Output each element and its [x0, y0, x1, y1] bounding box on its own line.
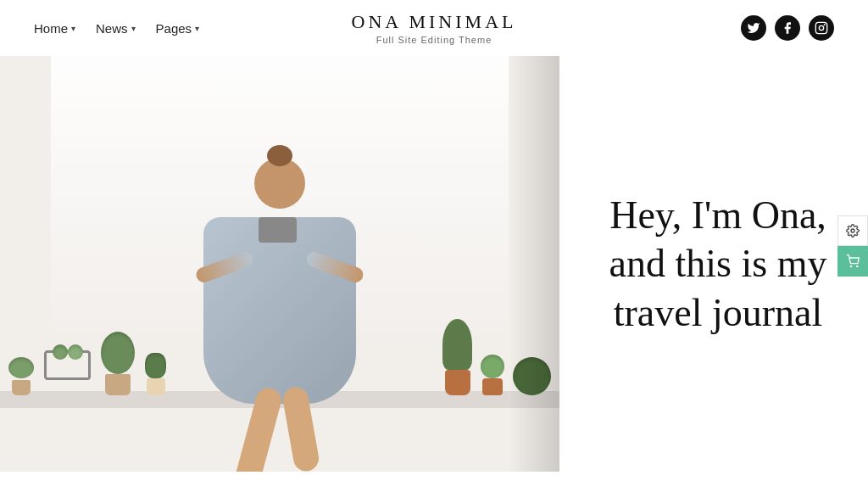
svg-point-1 [819, 25, 823, 30]
svg-point-5 [857, 266, 858, 266]
sidebar-buttons [837, 215, 868, 277]
nav-news-label: News [96, 21, 128, 36]
arm-left [194, 250, 255, 285]
nav-pages-label: Pages [156, 21, 192, 36]
gear-icon [846, 224, 860, 238]
svg-point-4 [850, 266, 851, 266]
nav-news-chevron: ▾ [131, 24, 136, 33]
hero-heading: Hey, I'm Ona, and this is my travel jour… [609, 191, 827, 338]
nav-news[interactable]: News ▾ [96, 21, 136, 36]
svg-point-2 [824, 24, 826, 25]
site-header: Home ▾ News ▾ Pages ▾ ONA MINIMAL Full S… [0, 0, 868, 56]
main-content: Hey, I'm Ona, and this is my travel jour… [0, 56, 868, 472]
head [254, 158, 305, 209]
hero-heading-line1: Hey, I'm Ona, [609, 193, 826, 237]
plant-succulent [481, 355, 504, 395]
main-nav: Home ▾ News ▾ Pages ▾ [34, 21, 199, 36]
facebook-link[interactable] [775, 15, 800, 41]
person-figure [203, 217, 356, 404]
instagram-link[interactable] [809, 15, 834, 41]
plant-small-1 [8, 357, 34, 395]
dress [203, 217, 356, 404]
facebook-icon [781, 21, 794, 35]
settings-button[interactable] [837, 215, 868, 246]
plant-basket [44, 350, 91, 395]
hair-bun [267, 145, 292, 166]
svg-point-3 [851, 229, 854, 232]
plant-small-2 [145, 353, 166, 395]
twitter-icon [747, 21, 760, 35]
plant-tall-right [442, 319, 472, 395]
hero-heading-line2: and this is my [609, 242, 827, 285]
cart-icon [846, 254, 860, 268]
site-branding: ONA MINIMAL Full Site Editing Theme [352, 11, 517, 45]
site-title: ONA MINIMAL [352, 11, 517, 33]
nav-pages[interactable]: Pages ▾ [156, 21, 200, 36]
hero-image [0, 56, 559, 472]
hero-text-section: Hey, I'm Ona, and this is my travel jour… [559, 56, 868, 472]
nav-home-label: Home [34, 21, 68, 36]
twitter-link[interactable] [741, 15, 766, 41]
nav-home[interactable]: Home ▾ [34, 21, 75, 36]
nav-home-chevron: ▾ [71, 24, 75, 33]
instagram-icon [815, 21, 828, 35]
svg-rect-0 [815, 22, 826, 33]
plants-left [8, 332, 166, 395]
right-shadow [509, 56, 559, 472]
cart-button[interactable] [837, 246, 868, 277]
social-icons [741, 15, 834, 41]
plant-tall-left [101, 332, 135, 395]
camera [259, 217, 297, 243]
hero-heading-line3: travel journal [614, 291, 823, 334]
nav-pages-chevron: ▾ [195, 24, 199, 33]
site-tagline: Full Site Editing Theme [352, 35, 517, 45]
